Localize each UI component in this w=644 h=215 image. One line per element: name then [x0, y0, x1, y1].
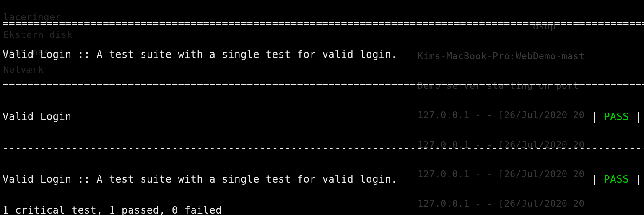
separator-dash: ----------------------------------------…	[3, 141, 641, 156]
status-pass: PASS	[597, 111, 635, 123]
test-status-block: | PASS |	[591, 109, 641, 125]
status-pass: PASS	[597, 173, 635, 185]
robot-framework-output[interactable]: ========================================…	[0, 0, 644, 215]
stats-critical: 1 critical test, 1 passed, 0 failed	[3, 203, 641, 215]
suite-status-block: | PASS |	[591, 172, 641, 187]
status-pipe: |	[635, 111, 641, 123]
suite-result-row: Valid Login :: A test suite with a singl…	[3, 172, 641, 187]
status-pipe: |	[591, 111, 597, 123]
separator-equals: ========================================…	[3, 78, 641, 94]
suite-footer-name: Valid Login :: A test suite with a singl…	[3, 172, 397, 187]
separator-equals: ========================================…	[3, 16, 641, 31]
suite-header: Valid Login :: A test suite with a singl…	[3, 47, 641, 63]
status-pipe: |	[591, 173, 597, 185]
status-pipe: |	[635, 173, 641, 185]
test-name: Valid Login	[3, 109, 71, 125]
test-result-row: Valid Login | PASS |	[3, 109, 641, 125]
